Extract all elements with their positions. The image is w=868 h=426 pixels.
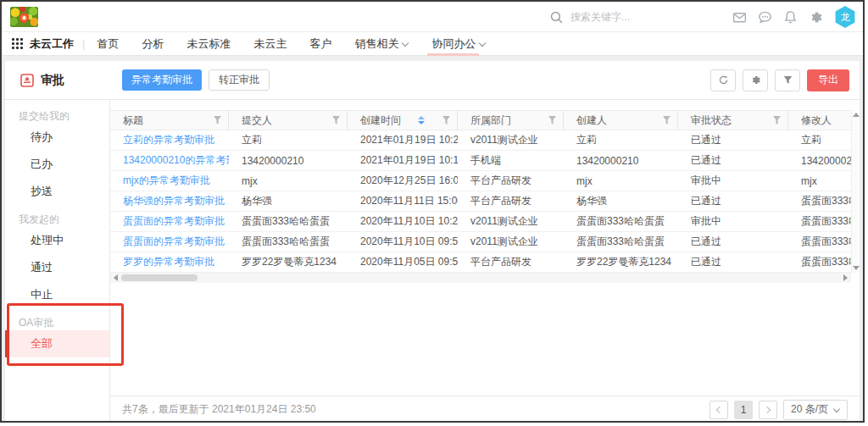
prev-page-button[interactable] — [709, 401, 728, 419]
sidebar-item-1-0[interactable]: 处理中 — [5, 227, 109, 254]
sort-asc-icon[interactable] — [418, 116, 425, 119]
row-cell: 2020年11月10日 10:24 — [348, 212, 458, 231]
nav-item-6[interactable]: 协同办公 — [431, 32, 486, 56]
scroll-left-arrow-icon[interactable] — [114, 274, 118, 281]
row-title-link[interactable]: 蛋蛋面的异常考勤审批 — [110, 232, 229, 252]
filter-button[interactable] — [775, 69, 800, 91]
sidebar-group-title-1: 我发起的 — [19, 212, 109, 227]
panel-header: 审批 异常考勤审批转正审批 导出 — [5, 61, 860, 100]
row-title-link[interactable]: 罗罗的异常考勤审批 — [110, 252, 229, 272]
column-header-2[interactable]: 创建时间 — [348, 111, 458, 130]
filter-icon[interactable] — [332, 116, 340, 124]
nav-item-label: 分析 — [142, 36, 164, 52]
row-cell: v2011测试企业 — [458, 130, 564, 150]
nav-item-label: 销售相关 — [354, 36, 398, 52]
row-cell: 罗罗22罗曼蒂克1234 — [564, 252, 678, 272]
row-cell: 已通过 — [678, 232, 788, 252]
page-number[interactable]: 1 — [734, 401, 753, 419]
page-content: 审批 异常考勤审批转正审批 导出 — [2, 56, 863, 423]
column-header-6[interactable]: 修改人 — [788, 111, 851, 130]
row-cell: 已通过 — [678, 191, 788, 211]
nav-item-4[interactable]: 客户 — [309, 32, 331, 56]
column-header-4[interactable]: 创建人 — [564, 111, 678, 130]
row-cell: 杨华强 — [564, 191, 678, 211]
chat-icon[interactable] — [758, 10, 772, 25]
row-cell: 2020年11月05日 09:57 — [348, 252, 458, 272]
nav-item-1[interactable]: 分析 — [142, 32, 164, 56]
scroll-right-arrow-icon[interactable] — [843, 274, 848, 281]
nav-item-5[interactable]: 销售相关 — [354, 32, 409, 56]
page-size-select[interactable]: 20 条/页 — [783, 400, 848, 420]
nav-items: 首页分析未云标准未云主客户销售相关协同办公 — [97, 32, 486, 56]
row-cell: 手机端 — [458, 151, 564, 170]
row-cell: 已通过 — [678, 130, 788, 150]
column-header-0[interactable]: 标题 — [110, 111, 229, 130]
sidebar-item-0-1[interactable]: 已办 — [5, 151, 109, 178]
vertical-scrollbar[interactable] — [851, 110, 860, 273]
column-header-1[interactable]: 提交人 — [229, 111, 348, 130]
filter-icon[interactable] — [442, 116, 450, 124]
search-placeholder: 搜索关键字... — [570, 10, 630, 25]
table-row: 罗罗的异常考勤审批罗罗22罗曼蒂克12342020年11月05日 09:57平台… — [110, 252, 851, 273]
scroll-up-arrow-icon[interactable] — [853, 113, 860, 117]
workspace-title[interactable]: 未云工作 — [30, 36, 74, 52]
approval-stamp-icon — [20, 74, 34, 87]
top-bar: 搜索关键字... 龙 — [2, 2, 863, 32]
row-cell: 平台产品研发 — [458, 191, 564, 211]
row-cell: 蛋蛋面333哈哈蛋蛋 — [564, 232, 678, 252]
table-zone: 标题提交人创建时间所属部门创建人审批状态修改人 立莉的异常考勤审批立莉2021年… — [110, 110, 860, 283]
mail-icon[interactable] — [732, 10, 747, 25]
apps-grid-icon[interactable] — [12, 38, 23, 49]
user-avatar[interactable]: 龙 — [834, 6, 856, 28]
sidebar-item-1-1[interactable]: 通过 — [5, 254, 109, 281]
nav-item-2[interactable]: 未云标准 — [186, 32, 231, 56]
global-search[interactable]: 搜索关键字... — [549, 2, 630, 32]
horizontal-scrollbar[interactable] — [110, 273, 851, 283]
nav-item-3[interactable]: 未云主 — [253, 32, 287, 56]
settings-button[interactable] — [743, 69, 768, 91]
row-title-link[interactable]: 杨华强的异常考勤审批 — [110, 191, 229, 211]
row-cell: 杨华强 — [229, 191, 348, 211]
nav-item-0[interactable]: 首页 — [97, 32, 119, 56]
scroll-down-arrow-icon[interactable] — [853, 266, 860, 270]
row-title-link[interactable]: mjx的异常考勤审批 — [110, 171, 229, 191]
sidebar-item-1-2[interactable]: 中止 — [5, 281, 109, 308]
sort-desc-icon[interactable] — [418, 121, 425, 124]
table-row: 13420000210的异常考勤审批134200002102021年01月19日… — [110, 151, 851, 171]
row-title-link[interactable]: 13420000210的异常考勤审批 — [110, 151, 229, 170]
sidebar-item-2-0[interactable]: 全部 — [5, 330, 109, 357]
sort-icons[interactable] — [418, 116, 425, 124]
table-row: 蛋蛋面的异常考勤审批蛋蛋面333哈哈蛋蛋2020年11月10日 09:56v20… — [110, 232, 851, 252]
filter-icon[interactable] — [773, 116, 781, 124]
approval-panel: 审批 异常考勤审批转正审批 导出 — [5, 61, 860, 423]
row-cell: 13420000210 — [564, 151, 678, 170]
column-header-5[interactable]: 审批状态 — [678, 111, 788, 130]
tab-0[interactable]: 异常考勤审批 — [122, 69, 202, 91]
main-area: 标题提交人创建时间所属部门创建人审批状态修改人 立莉的异常考勤审批立莉2021年… — [110, 100, 860, 423]
search-icon — [549, 10, 564, 25]
bell-icon[interactable] — [783, 10, 798, 25]
tab-1[interactable]: 转正审批 — [209, 69, 270, 91]
app-window: 搜索关键字... 龙 未云工作 | 首页分析未云标准未云主客户销售相关协同办公 — [0, 0, 865, 423]
refresh-button[interactable] — [710, 69, 736, 91]
table-row: 杨华强的异常考勤审批杨华强2020年11月11日 15:00平台产品研发杨华强已… — [110, 191, 851, 212]
filter-icon[interactable] — [548, 116, 556, 124]
nav-item-label: 未云主 — [253, 36, 287, 52]
row-cell: 审批中 — [678, 212, 788, 231]
row-title-link[interactable]: 蛋蛋面的异常考勤审批 — [110, 212, 229, 231]
column-label: 创建人 — [576, 113, 607, 128]
filter-icon[interactable] — [214, 116, 221, 124]
row-title-link[interactable]: 立莉的异常考勤审批 — [110, 130, 229, 150]
sidebar-item-0-2[interactable]: 抄送 — [5, 178, 109, 205]
next-page-button[interactable] — [759, 401, 777, 419]
column-header-3[interactable]: 所属部门 — [458, 111, 564, 130]
row-cell: 立莉 — [788, 130, 851, 150]
company-logo[interactable] — [10, 7, 38, 27]
export-button[interactable]: 导出 — [807, 69, 849, 91]
gear-icon[interactable] — [809, 10, 823, 25]
filter-icon[interactable] — [663, 116, 670, 124]
sidebar-item-0-0[interactable]: 待办 — [5, 124, 109, 151]
column-label: 创建时间 — [360, 113, 401, 128]
horizontal-scroll-thumb[interactable] — [121, 274, 198, 281]
nav-separator: | — [82, 37, 85, 50]
